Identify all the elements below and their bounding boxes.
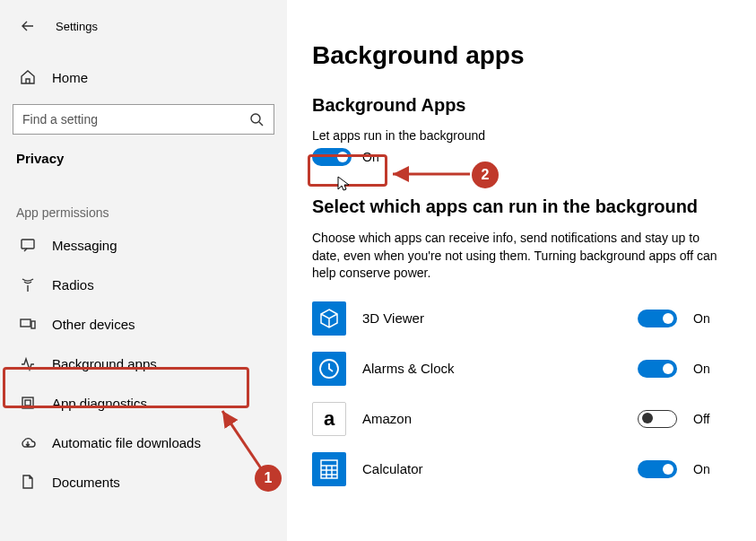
subsection-title: App permissions — [0, 175, 287, 225]
svg-point-0 — [251, 114, 260, 123]
main-content: Background apps Background Apps Let apps… — [287, 0, 756, 541]
master-toggle-label: Let apps run in the background — [312, 128, 720, 143]
app-icon: a — [312, 402, 346, 436]
svg-rect-4 — [22, 397, 33, 408]
back-icon[interactable] — [20, 19, 36, 33]
sidebar-item-label: Messaging — [52, 238, 117, 253]
devices-icon — [20, 316, 36, 332]
app-icon — [312, 301, 346, 336]
section-title: Privacy — [0, 135, 287, 175]
svg-rect-2 — [21, 319, 30, 327]
app-icon — [312, 452, 346, 486]
document-icon — [20, 474, 36, 490]
search-box[interactable] — [13, 104, 274, 135]
master-toggle-state: On — [362, 150, 379, 164]
app-label: Alarms & Clock — [362, 361, 621, 376]
apps-select-heading: Select which apps can run in the backgro… — [312, 196, 720, 217]
svg-rect-7 — [321, 460, 337, 478]
app-toggle[interactable] — [638, 360, 677, 378]
app-row: Alarms & ClockOn — [312, 344, 720, 394]
svg-rect-1 — [22, 240, 34, 249]
sidebar-item-label: Background apps — [52, 356, 157, 371]
apps-list: 3D ViewerOnAlarms & ClockOnaAmazonOffCal… — [312, 293, 720, 494]
sidebar-item-label: Documents — [52, 475, 120, 490]
app-label: Amazon — [362, 411, 621, 426]
download-icon — [20, 434, 36, 450]
sidebar-item-radios[interactable]: Radios — [0, 265, 287, 304]
app-toggle[interactable] — [638, 460, 677, 478]
activity-icon — [20, 355, 36, 371]
app-row: CalculatorOn — [312, 444, 720, 494]
master-toggle[interactable] — [312, 148, 352, 166]
radio-icon — [20, 276, 36, 292]
app-icon — [312, 352, 346, 386]
svg-rect-3 — [31, 321, 35, 328]
sidebar-item-documents[interactable]: Documents — [0, 462, 287, 502]
sidebar-item-label: Automatic file downloads — [52, 435, 201, 450]
sidebar-item-label: App diagnostics — [52, 396, 147, 411]
sidebar-item-messaging[interactable]: Messaging — [0, 225, 287, 265]
search-icon — [248, 112, 265, 127]
sidebar-item-auto-downloads[interactable]: Automatic file downloads — [0, 423, 287, 462]
sidebar-item-label: Other devices — [52, 317, 135, 332]
app-label: Calculator — [362, 461, 621, 476]
search-input[interactable] — [22, 112, 240, 127]
app-toggle-state: Off — [693, 412, 720, 426]
sidebar: Settings Home Privacy App permissions Me… — [0, 0, 287, 541]
message-icon — [20, 237, 36, 253]
app-row: 3D ViewerOn — [312, 293, 720, 344]
sidebar-item-other-devices[interactable]: Other devices — [0, 304, 287, 344]
sidebar-item-background-apps[interactable]: Background apps — [0, 344, 287, 383]
page-title: Background apps — [312, 41, 720, 70]
app-toggle-state: On — [693, 362, 720, 376]
app-toggle[interactable] — [638, 310, 677, 327]
diagnostics-icon — [20, 395, 36, 411]
home-icon — [20, 69, 36, 85]
svg-rect-5 — [25, 400, 30, 406]
sidebar-item-app-diagnostics[interactable]: App diagnostics — [0, 383, 287, 423]
home-link[interactable]: Home — [0, 57, 287, 97]
apps-description: Choose which apps can receive info, send… — [312, 230, 720, 283]
section-heading: Background Apps — [312, 95, 720, 116]
app-row: aAmazonOff — [312, 394, 720, 444]
sidebar-item-label: Radios — [52, 277, 94, 292]
app-title: Settings — [56, 20, 98, 33]
app-toggle-state: On — [693, 311, 720, 326]
home-label: Home — [52, 70, 88, 85]
app-toggle-state: On — [693, 462, 720, 476]
app-label: 3D Viewer — [362, 310, 621, 326]
app-toggle[interactable] — [638, 410, 677, 428]
